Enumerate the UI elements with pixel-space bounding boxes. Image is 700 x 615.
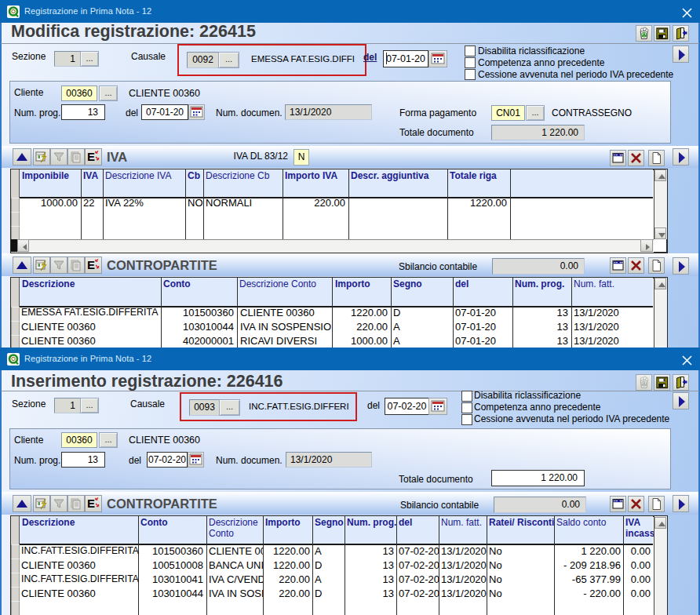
svg-text:E: E — [87, 497, 95, 510]
svg-text:E: E — [87, 258, 95, 271]
svg-text:E: E — [87, 150, 95, 163]
